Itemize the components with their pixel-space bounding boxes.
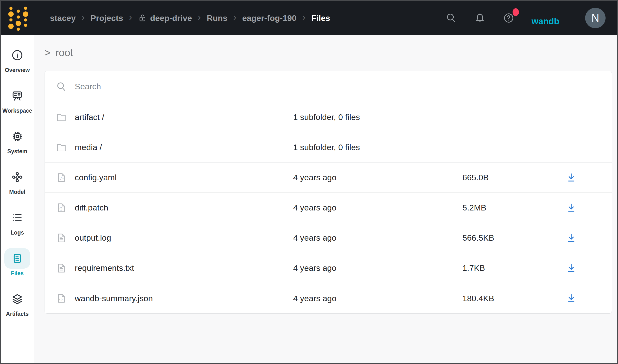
breadcrumb-item-projects[interactable]: Projects [91, 13, 123, 23]
file-name[interactable]: output.log [75, 233, 111, 243]
breadcrumb-item-run[interactable]: eager-fog-190 [242, 13, 296, 23]
download-icon[interactable] [566, 172, 577, 183]
files-panel: > root artifact / [34, 35, 618, 363]
folder-icon [56, 142, 67, 153]
notification-dot [512, 8, 519, 16]
sidebar-item-system[interactable]: System [1, 126, 34, 167]
document-icon [11, 252, 24, 265]
file-braces-icon: {} [56, 202, 67, 213]
table-row[interactable]: requirements.txt 4 years ago 1.7KB [45, 253, 612, 283]
svg-text:{}: {} [59, 298, 63, 301]
chevron-right-icon: › [81, 13, 85, 23]
breadcrumb-item-runs[interactable]: Runs [207, 13, 228, 23]
table-row[interactable]: output.log 4 years ago 566.5KB [45, 223, 612, 253]
search-input[interactable] [75, 82, 602, 91]
file-date: 4 years ago [293, 173, 462, 182]
breadcrumb-item-files[interactable]: Files [311, 13, 330, 23]
topbar-actions: wandb N [445, 8, 605, 28]
sidebar-item-overview[interactable]: Overview [1, 45, 34, 86]
download-icon[interactable] [566, 202, 577, 213]
file-text-icon [56, 232, 67, 244]
file-size: 665.0B [462, 173, 531, 182]
folder-icon [56, 112, 67, 123]
file-text-icon [56, 262, 67, 274]
sidebar-item-label: Workspace [2, 107, 32, 114]
breadcrumb: stacey › Projects › deep-drive › Runs › … [50, 13, 330, 23]
file-size: 1.7KB [462, 263, 531, 273]
sidebar-item-model[interactable]: Model [1, 167, 34, 208]
file-name[interactable]: wandb-summary.json [75, 294, 153, 303]
file-name[interactable]: diff.patch [75, 203, 108, 212]
sidebar-item-files[interactable]: Files [1, 248, 34, 289]
download-icon[interactable] [566, 263, 577, 273]
sidebar-item-label: Model [9, 189, 25, 195]
run-sidebar: Overview Workspace [1, 35, 34, 363]
file-size: 180.4KB [462, 294, 531, 303]
file-size: 5.2MB [462, 203, 531, 212]
table-row[interactable]: media / 1 subfolder, 0 files [45, 132, 612, 163]
sidebar-item-label: Logs [11, 229, 24, 236]
path-label[interactable]: root [55, 47, 73, 59]
folder-meta: 1 subfolder, 0 files [293, 143, 462, 152]
chevron-right-icon: › [302, 13, 306, 23]
list-icon [11, 211, 24, 224]
sidebar-item-artifacts[interactable]: Artifacts [1, 289, 34, 329]
sidebar-item-workspace[interactable]: Workspace [1, 86, 34, 126]
team-menu[interactable]: wandb [532, 16, 559, 26]
svg-text:</>: </> [58, 177, 63, 180]
chevron-right-icon: › [233, 13, 236, 23]
file-path-heading: > root [45, 47, 612, 59]
breadcrumb-item-project[interactable]: deep-drive [138, 13, 192, 23]
chip-icon [11, 130, 24, 143]
sidebar-item-label: Files [11, 270, 24, 277]
file-date: 4 years ago [293, 294, 462, 303]
table-row[interactable]: {} wandb-summary.json 4 years ago 180.4K… [45, 283, 612, 313]
layers-icon [11, 293, 24, 305]
file-date: 4 years ago [293, 203, 462, 212]
table-row[interactable]: </> config.yaml 4 years ago 665.0B [45, 163, 612, 193]
easel-icon [11, 90, 24, 102]
table-row[interactable]: artifact / 1 subfolder, 0 files [45, 102, 612, 132]
sidebar-item-label: Overview [5, 67, 30, 74]
search-icon[interactable] [445, 12, 457, 24]
chevron-right-icon: › [129, 13, 132, 23]
file-search-row [45, 71, 612, 102]
file-braces-icon: {} [56, 293, 67, 304]
download-icon[interactable] [566, 233, 577, 243]
file-date: 4 years ago [293, 233, 462, 243]
path-chevron: > [45, 47, 51, 59]
file-name[interactable]: config.yaml [75, 173, 117, 182]
file-name[interactable]: requirements.txt [75, 263, 134, 273]
folder-name[interactable]: media / [75, 143, 102, 152]
file-date: 4 years ago [293, 263, 462, 273]
file-size: 566.5KB [462, 233, 531, 243]
folder-meta: 1 subfolder, 0 files [293, 112, 462, 122]
info-icon [11, 49, 24, 62]
breadcrumb-item-entity[interactable]: stacey [50, 13, 76, 23]
app-window: stacey › Projects › deep-drive › Runs › … [0, 0, 618, 364]
chevron-right-icon: › [198, 13, 201, 23]
help-icon[interactable] [503, 12, 514, 24]
sidebar-item-label: System [7, 148, 27, 155]
file-code-icon: </> [56, 172, 67, 183]
download-icon[interactable] [566, 293, 577, 304]
file-browser-card: artifact / 1 subfolder, 0 files media / … [45, 71, 612, 314]
unlock-icon [138, 13, 147, 23]
sidebar-item-logs[interactable]: Logs [1, 208, 34, 248]
bell-icon[interactable] [474, 12, 486, 24]
molecule-icon [11, 171, 24, 183]
table-row[interactable]: {} diff.patch 4 years ago 5.2MB [45, 193, 612, 223]
folder-name[interactable]: artifact / [75, 112, 104, 122]
sidebar-item-label: Artifacts [6, 311, 28, 317]
avatar[interactable]: N [585, 8, 605, 28]
topbar: stacey › Projects › deep-drive › Runs › … [1, 1, 617, 35]
search-icon [56, 81, 67, 92]
svg-text:{}: {} [59, 207, 63, 210]
wandb-logo-icon[interactable] [8, 5, 28, 31]
